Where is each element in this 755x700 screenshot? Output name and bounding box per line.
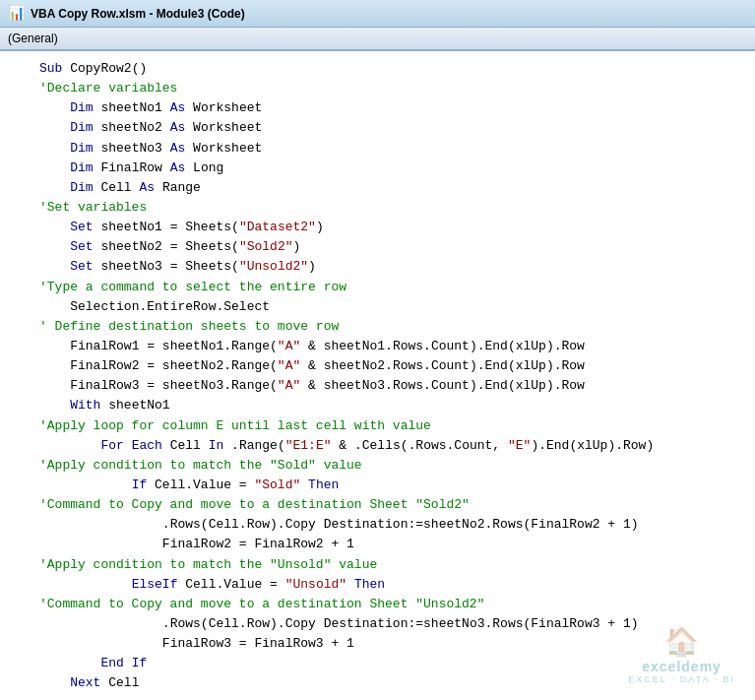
code-line: For Each Cell In .Range("E1:E" & .Cells(…: [0, 436, 755, 456]
code-line: 'Type a command to select the entire row: [0, 278, 755, 297]
code-line: FinalRow2 = sheetNo2.Range("A" & sheetNo…: [0, 356, 755, 376]
code-line: Selection.EntireRow.Select: [0, 297, 755, 317]
code-line: 'Command to Copy and move to a destinati…: [0, 595, 755, 614]
toolbar: (General): [0, 28, 755, 51]
code-line: If Cell.Value = "Sold" Then: [0, 476, 755, 495]
code-content: Sub CopyRow2() 'Declare variables Dim sh…: [0, 59, 755, 700]
title-bar: 📊 VBA Copy Row.xlsm - Module3 (Code): [0, 0, 755, 28]
code-line: Dim Cell As Range: [0, 178, 755, 198]
app-icon: 📊: [8, 5, 25, 22]
code-line: 'Declare variables: [0, 79, 755, 98]
code-line: Dim FinalRow As Long: [0, 159, 755, 178]
code-line: With sheetNo1: [0, 396, 755, 415]
window-title: VBA Copy Row.xlsm - Module3 (Code): [31, 7, 245, 21]
watermark-icon: 🏠: [664, 625, 699, 659]
code-line: Dim sheetNo1 As Worksheet: [0, 98, 755, 118]
code-line: 'Command to Copy and move to a destinati…: [0, 495, 755, 515]
code-editor[interactable]: Sub CopyRow2() 'Declare variables Dim sh…: [0, 51, 755, 700]
code-line: 'Apply condition to match the "Unsold" v…: [0, 555, 755, 575]
code-line: ' Define destination sheets to move row: [0, 317, 755, 337]
code-line: FinalRow1 = sheetNo1.Range("A" & sheetNo…: [0, 337, 755, 356]
code-line: Dim sheetNo3 As Worksheet: [0, 139, 755, 159]
code-line: 'Set variables: [0, 198, 755, 218]
code-line: Dim sheetNo2 As Worksheet: [0, 118, 755, 138]
watermark-sub: EXCEL · DATA · BI: [628, 674, 735, 684]
watermark-name: exceldemy: [642, 659, 722, 674]
code-line: 'Apply condition to match the "Sold" val…: [0, 456, 755, 476]
code-line: Sub CopyRow2(): [0, 59, 755, 79]
code-line: FinalRow2 = FinalRow2 + 1: [0, 535, 755, 554]
general-label: (General): [8, 32, 58, 45]
code-line: Set sheetNo3 = Sheets("Unsold2"): [0, 257, 755, 277]
code-line: Set sheetNo2 = Sheets("Sold2"): [0, 237, 755, 257]
code-line: Set sheetNo1 = Sheets("Dataset2"): [0, 218, 755, 237]
code-line: ElseIf Cell.Value = "Unsold" Then: [0, 575, 755, 595]
code-line: FinalRow3 = sheetNo3.Range("A" & sheetNo…: [0, 376, 755, 396]
code-line: .Rows(Cell.Row).Copy Destination:=sheetN…: [0, 515, 755, 535]
watermark: 🏠 exceldemy EXCEL · DATA · BI: [628, 625, 735, 684]
code-line: 'Apply loop for column E until last cell…: [0, 416, 755, 436]
code-line: [0, 694, 755, 701]
